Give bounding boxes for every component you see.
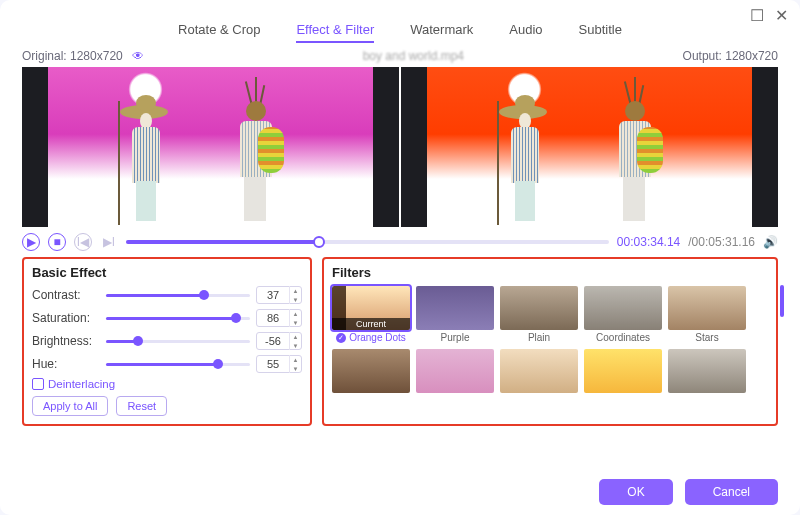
tab-watermark[interactable]: Watermark xyxy=(410,22,473,43)
prev-frame-button[interactable]: I◀ xyxy=(74,233,92,251)
filter-item-stars[interactable]: Stars xyxy=(668,286,746,343)
filters-panel: Filters Current ✓Orange Dots Purple Plai… xyxy=(322,257,778,426)
contrast-slider[interactable] xyxy=(106,294,250,297)
stepper-down-icon[interactable]: ▼ xyxy=(290,318,301,327)
preview-panels xyxy=(0,67,800,227)
current-time: 00:03:34.14 xyxy=(617,235,680,249)
output-resolution: Output: 1280x720 xyxy=(683,49,778,63)
filter-item-coordinates[interactable]: Coordinates xyxy=(584,286,662,343)
filter-item-orange-dots[interactable]: Current ✓Orange Dots xyxy=(332,286,410,343)
next-frame-button[interactable]: ▶I xyxy=(100,233,118,251)
original-resolution-group: Original: 1280x720 👁 xyxy=(22,49,144,63)
filter-thumb[interactable]: Current xyxy=(332,286,410,330)
filter-label: Stars xyxy=(695,332,718,343)
hue-label: Hue: xyxy=(32,357,100,371)
contrast-input[interactable]: 37▲▼ xyxy=(256,286,302,304)
stop-button[interactable]: ■ xyxy=(48,233,66,251)
filter-thumb[interactable] xyxy=(584,286,662,330)
filters-scrollbar[interactable] xyxy=(780,285,784,317)
stepper-up-icon[interactable]: ▲ xyxy=(290,355,301,364)
filter-thumb[interactable] xyxy=(500,286,578,330)
volume-icon[interactable]: 🔊 xyxy=(763,235,778,249)
filter-label: Orange Dots xyxy=(349,332,406,343)
info-row: Original: 1280x720 👁 boy and world.mp4 O… xyxy=(0,43,800,67)
hue-slider[interactable] xyxy=(106,363,250,366)
contrast-row: Contrast: 37▲▼ xyxy=(32,286,302,304)
brightness-input[interactable]: -56▲▼ xyxy=(256,332,302,350)
close-button[interactable]: ✕ xyxy=(772,6,790,24)
hue-input[interactable]: 55▲▼ xyxy=(256,355,302,373)
maximize-button[interactable]: ☐ xyxy=(748,6,766,24)
editor-window: ☐ ✕ Rotate & Crop Effect & Filter Waterm… xyxy=(0,0,800,515)
play-button[interactable]: ▶ xyxy=(22,233,40,251)
deinterlacing-row[interactable]: Deinterlacing xyxy=(32,378,302,390)
contrast-label: Contrast: xyxy=(32,288,100,302)
filter-item[interactable] xyxy=(332,349,410,393)
timeline-slider[interactable] xyxy=(126,240,609,244)
lower-panels: Basic Effect Contrast: 37▲▼ Saturation: … xyxy=(0,253,800,426)
stepper-up-icon[interactable]: ▲ xyxy=(290,286,301,295)
apply-to-all-button[interactable]: Apply to All xyxy=(32,396,108,416)
filter-label: Purple xyxy=(441,332,470,343)
stepper-down-icon[interactable]: ▼ xyxy=(290,364,301,373)
basic-effect-title: Basic Effect xyxy=(32,265,302,280)
tab-bar: Rotate & Crop Effect & Filter Watermark … xyxy=(0,0,800,43)
tab-subtitle[interactable]: Subtitle xyxy=(579,22,622,43)
saturation-slider[interactable] xyxy=(106,317,250,320)
filename-label: boy and world.mp4 xyxy=(363,49,464,63)
filter-thumb[interactable] xyxy=(416,286,494,330)
window-controls: ☐ ✕ xyxy=(748,6,790,24)
tab-rotate-crop[interactable]: Rotate & Crop xyxy=(178,22,260,43)
reset-button[interactable]: Reset xyxy=(116,396,167,416)
preview-eye-icon[interactable]: 👁 xyxy=(132,49,144,63)
filter-item-plain[interactable]: Plain xyxy=(500,286,578,343)
brightness-label: Brightness: xyxy=(32,334,100,348)
filter-thumb[interactable] xyxy=(584,349,662,393)
hue-row: Hue: 55▲▼ xyxy=(32,355,302,373)
filter-item[interactable] xyxy=(500,349,578,393)
filter-thumb[interactable] xyxy=(668,349,746,393)
total-time: /00:05:31.16 xyxy=(688,235,755,249)
filters-title: Filters xyxy=(332,265,768,280)
deinterlacing-checkbox[interactable] xyxy=(32,378,44,390)
stepper-up-icon[interactable]: ▲ xyxy=(290,332,301,341)
saturation-label: Saturation: xyxy=(32,311,100,325)
brightness-row: Brightness: -56▲▼ xyxy=(32,332,302,350)
stepper-up-icon[interactable]: ▲ xyxy=(290,309,301,318)
filter-item[interactable] xyxy=(416,349,494,393)
cancel-button[interactable]: Cancel xyxy=(685,479,778,505)
basic-effect-panel: Basic Effect Contrast: 37▲▼ Saturation: … xyxy=(22,257,312,426)
stepper-down-icon[interactable]: ▼ xyxy=(290,341,301,350)
filter-thumb[interactable] xyxy=(500,349,578,393)
filter-item[interactable] xyxy=(668,349,746,393)
original-preview xyxy=(22,67,399,227)
saturation-row: Saturation: 86▲▼ xyxy=(32,309,302,327)
original-resolution: Original: 1280x720 xyxy=(22,49,123,63)
stepper-down-icon[interactable]: ▼ xyxy=(290,295,301,304)
tab-effect-filter[interactable]: Effect & Filter xyxy=(296,22,374,43)
output-preview xyxy=(401,67,778,227)
saturation-input[interactable]: 86▲▼ xyxy=(256,309,302,327)
filter-label: Plain xyxy=(528,332,550,343)
filter-thumb[interactable] xyxy=(668,286,746,330)
brightness-slider[interactable] xyxy=(106,340,250,343)
filter-label: Coordinates xyxy=(596,332,650,343)
tab-audio[interactable]: Audio xyxy=(509,22,542,43)
footer-buttons: OK Cancel xyxy=(599,479,778,505)
filter-item[interactable] xyxy=(584,349,662,393)
filter-thumb[interactable] xyxy=(416,349,494,393)
filter-item-purple[interactable]: Purple xyxy=(416,286,494,343)
ok-button[interactable]: OK xyxy=(599,479,672,505)
check-icon: ✓ xyxy=(336,333,346,343)
deinterlacing-label: Deinterlacing xyxy=(48,378,115,390)
playback-controls: ▶ ■ I◀ ▶I 00:03:34.14/00:05:31.16 🔊 xyxy=(0,227,800,253)
filter-grid: Current ✓Orange Dots Purple Plain Coordi… xyxy=(332,286,768,393)
filter-thumb[interactable] xyxy=(332,349,410,393)
